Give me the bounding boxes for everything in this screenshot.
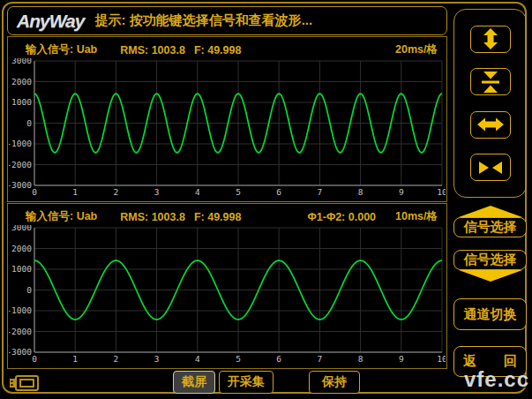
svg-text:8: 8 (358, 354, 363, 364)
frequency-value: F: 49.998 (194, 211, 242, 223)
svg-text:3: 3 (154, 187, 160, 197)
signal-select-up-label: 信号选择 (453, 217, 527, 237)
svg-text:4: 4 (195, 187, 200, 197)
hold-button[interactable]: 保持 (309, 371, 360, 394)
rms-value: RMS: 1003.8 (120, 44, 185, 56)
svg-text:2: 2 (114, 187, 119, 197)
back-label-right: 回 (504, 353, 517, 370)
signal-label: 输入信号: Uab (26, 42, 97, 57)
timebase-label: 10ms/格 (395, 209, 438, 224)
svg-text:5: 5 (236, 354, 241, 364)
svg-text:6: 6 (276, 354, 281, 364)
svg-text:5: 5 (236, 187, 241, 197)
svg-text:6: 6 (276, 187, 281, 197)
svg-text:1000: 1000 (11, 97, 32, 107)
title-bar: AnyWay 提示: 按功能键选择信号和查看波形... (7, 6, 447, 35)
svg-text:2000: 2000 (11, 244, 32, 253)
svg-text:7: 7 (318, 187, 323, 197)
usb-device-icon (8, 374, 40, 392)
svg-text:2000: 2000 (11, 77, 32, 87)
triangle-down-icon (459, 270, 522, 282)
svg-text:9: 9 (399, 354, 404, 364)
svg-text:7: 7 (318, 354, 323, 364)
signal-select-down-button[interactable]: 信号选择 (453, 250, 527, 282)
compress-horizontal-icon (478, 160, 503, 176)
start-capture-label: 开采集 (228, 374, 265, 390)
svg-text:4: 4 (195, 354, 200, 364)
waveform-panel-1: 输入信号: Uab RMS: 1003.8 F: 49.998 20ms/格 3… (7, 36, 447, 202)
signal-select-up-button[interactable]: 信号选择 (453, 206, 527, 237)
svg-text:10: 10 (437, 187, 446, 197)
svg-text:8: 8 (358, 187, 363, 197)
hint-text: 提示: 按功能键选择信号和查看波形... (94, 12, 312, 29)
zoom-button-group (453, 9, 527, 198)
svg-text:-2000: -2000 (9, 160, 32, 169)
expand-vertical-icon (479, 28, 502, 49)
channel-switch-button[interactable]: 通道切换 (453, 298, 527, 330)
zoom-compress-horizontal-button[interactable] (470, 154, 511, 181)
svg-text:3000: 3000 (11, 225, 32, 232)
zoom-compress-vertical-button[interactable] (470, 68, 511, 95)
phase-difference-value: Φ1-Φ2: 0.000 (308, 211, 377, 223)
channel-switch-label: 通道切换 (464, 306, 517, 323)
svg-text:-1000: -1000 (9, 139, 32, 148)
timebase-label: 20ms/格 (395, 42, 438, 57)
compress-vertical-icon (479, 72, 502, 93)
svg-text:-3000: -3000 (9, 180, 32, 190)
svg-text:1: 1 (72, 187, 78, 197)
anyway-logo: AnyWay (17, 11, 84, 32)
svg-text:-1000: -1000 (9, 305, 32, 315)
svg-text:3: 3 (154, 354, 160, 364)
expand-horizontal-icon (477, 117, 504, 132)
svg-text:2: 2 (114, 354, 119, 364)
svg-text:10: 10 (437, 354, 446, 364)
screenshot-button[interactable]: 截屏 (173, 371, 215, 394)
waveform-chart-2: 3000200010000-1000-2000-3000012345678910 (9, 225, 446, 366)
svg-text:0: 0 (32, 354, 37, 364)
svg-text:3000: 3000 (11, 58, 32, 65)
triangle-up-icon (459, 206, 522, 217)
waveform-panel-2: 输入信号: Uab RMS: 1003.8 F: 49.998 Φ1-Φ2: 0… (7, 203, 447, 369)
instrument-screen: AnyWay 提示: 按功能键选择信号和查看波形... 输入信号: Uab RM… (0, 0, 532, 399)
svg-text:0: 0 (26, 118, 32, 128)
svg-text:9: 9 (399, 187, 404, 197)
svg-text:-3000: -3000 (9, 347, 32, 357)
panel-1-header: 输入信号: Uab RMS: 1003.8 F: 49.998 20ms/格 (8, 37, 446, 60)
waveform-chart-1: 3000200010000-1000-2000-3000012345678910 (9, 58, 446, 200)
zoom-expand-vertical-button[interactable] (470, 26, 511, 53)
rms-value: RMS: 1003.8 (120, 211, 185, 223)
signal-label: 输入信号: Uab (26, 209, 97, 224)
zoom-expand-horizontal-button[interactable] (470, 111, 511, 139)
svg-text:1: 1 (72, 354, 78, 364)
frequency-value: F: 49.998 (194, 44, 242, 56)
hold-label: 保持 (322, 374, 347, 390)
svg-text:0: 0 (26, 285, 32, 295)
back-label-left: 返 (463, 353, 476, 370)
svg-text:-2000: -2000 (9, 327, 32, 336)
svg-text:1000: 1000 (11, 264, 32, 274)
screenshot-label: 截屏 (182, 374, 206, 390)
back-button[interactable]: 返 回 (453, 346, 527, 377)
start-capture-button[interactable]: 开采集 (219, 371, 273, 394)
svg-text:0: 0 (32, 187, 37, 197)
signal-select-down-label: 信号选择 (453, 250, 527, 270)
panel-2-header: 输入信号: Uab RMS: 1003.8 F: 49.998 Φ1-Φ2: 0… (8, 204, 446, 227)
